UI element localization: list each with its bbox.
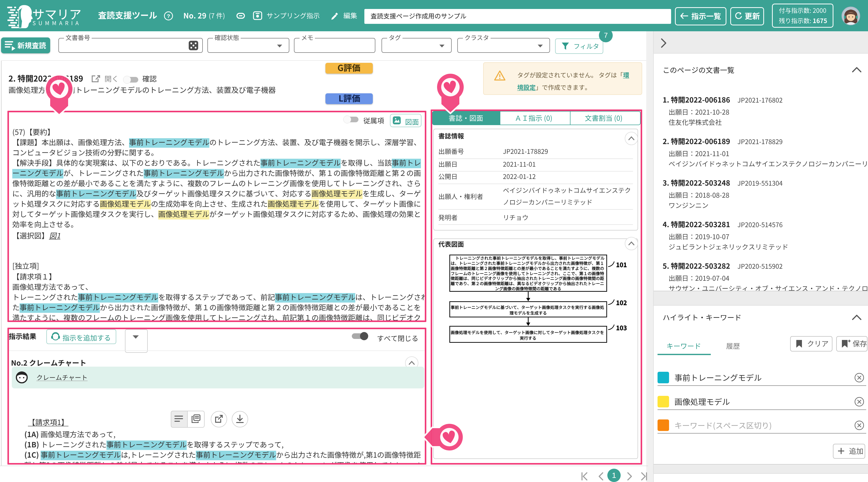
- svg-text:7: 7: [604, 31, 608, 39]
- svg-text:?: ?: [167, 13, 170, 19]
- svg-text:1: 1: [612, 471, 616, 479]
